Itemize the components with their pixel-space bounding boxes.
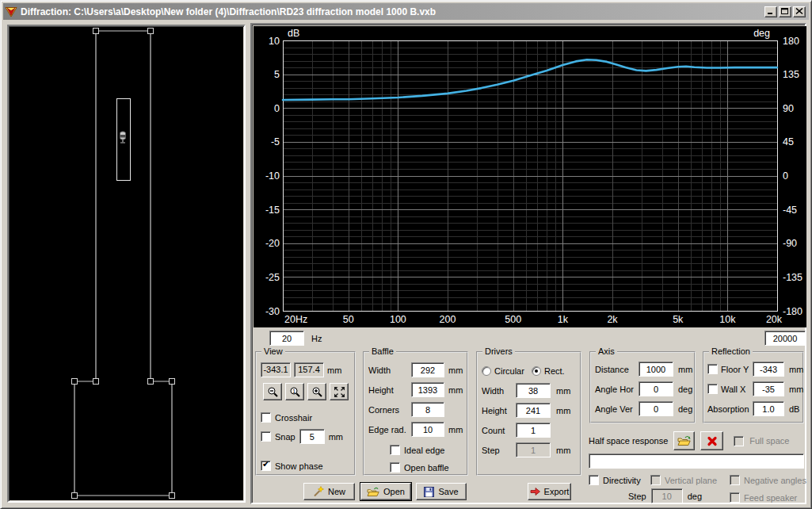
vertical-plane-label: Vertical plane (665, 476, 717, 485)
half-space-file-input[interactable] (589, 454, 804, 469)
title-bar: Diffraction: C:\Users\a\Desktop\New fold… (3, 3, 809, 20)
svg-text:-25: -25 (265, 272, 280, 283)
floor-unit: mm (789, 365, 803, 374)
new-wand-icon (313, 486, 324, 497)
svg-text:20k: 20k (766, 314, 783, 325)
full-space-label: Full space (749, 436, 789, 446)
feed-speaker-checkbox (730, 492, 740, 503)
open-folder-icon (677, 435, 691, 446)
svg-text:10: 10 (269, 36, 280, 47)
floor-input[interactable] (753, 362, 784, 377)
baffle-outline[interactable] (74, 31, 172, 496)
driver-circular-radio[interactable] (482, 366, 491, 376)
axis-angle-ver-label: Angle Ver (595, 404, 639, 414)
absorption-unit: dB (789, 404, 799, 414)
baffle-handle[interactable] (170, 379, 175, 385)
feed-speaker-label: Feed speaker (744, 493, 797, 503)
maximize-button[interactable] (779, 6, 791, 17)
driver-circular-label: Circular (494, 366, 528, 376)
svg-text:20Hz: 20Hz (284, 314, 307, 325)
absorption-label: Absorption (707, 404, 753, 414)
open-button[interactable]: Open (360, 483, 411, 500)
show-phase-checkbox[interactable] (261, 461, 271, 471)
ideal-edge-checkbox[interactable] (390, 445, 400, 455)
freq-max-input[interactable] (764, 331, 806, 346)
svg-text:dB: dB (288, 28, 299, 39)
baffle-handle[interactable] (148, 29, 154, 34)
floor-checkbox[interactable] (707, 364, 718, 374)
axis-distance-input[interactable] (639, 362, 673, 377)
close-icon (795, 8, 803, 15)
open-baffle-checkbox[interactable] (390, 462, 400, 473)
crosshair-label: Crosshair (275, 413, 312, 423)
close-button[interactable] (793, 6, 806, 17)
app-icon (5, 6, 17, 18)
snap-input[interactable] (299, 429, 325, 444)
zoom-fit-button[interactable] (330, 383, 349, 400)
baffle-width-input[interactable] (411, 362, 444, 377)
axis-group-title: Axis (596, 346, 617, 356)
baffle-handle[interactable] (148, 379, 154, 385)
driver-count-input[interactable] (516, 423, 551, 438)
baffle-handle[interactable] (93, 379, 99, 385)
svg-text:90: 90 (783, 103, 794, 114)
svg-text:-30: -30 (265, 306, 280, 317)
baffle-handle[interactable] (93, 29, 99, 34)
svg-text:0: 0 (783, 170, 788, 182)
svg-text:500: 500 (505, 314, 521, 325)
absorption-input[interactable] (753, 401, 784, 416)
freq-min-input[interactable] (269, 331, 304, 346)
driver-height-input[interactable] (516, 403, 551, 418)
driver-rect-radio[interactable] (532, 366, 541, 376)
baffle-edge-rad-input[interactable] (411, 422, 444, 437)
wall-checkbox[interactable] (707, 384, 718, 394)
baffle-canvas[interactable] (7, 25, 246, 503)
zoom-reset-button[interactable]: 1 (285, 383, 304, 400)
snap-checkbox[interactable] (261, 431, 271, 442)
directivity-step-input (651, 488, 683, 503)
baffle-height-input[interactable] (411, 382, 444, 397)
svg-text:-15: -15 (265, 205, 280, 216)
half-space-open-button[interactable] (673, 431, 695, 450)
baffle-handle[interactable] (72, 379, 78, 385)
svg-text:2k: 2k (607, 314, 618, 325)
directivity-step-label: Step (628, 492, 646, 501)
baffle-handle[interactable] (170, 493, 175, 499)
axis-angle-ver-unit: deg (678, 404, 692, 414)
save-button[interactable]: Save (416, 483, 467, 500)
drivers-group: Drivers Circular Rect. Width mm Height m… (476, 351, 581, 476)
driver-count-label: Count (482, 426, 516, 435)
baffle-group-title: Baffle (369, 346, 396, 356)
minimize-button[interactable] (764, 6, 777, 17)
zoom-in-button[interactable] (307, 383, 326, 400)
driver-rect-label: Rect. (544, 366, 565, 376)
main-panel: dBdeg1050-5-10-15-20-25-3018013590450-45… (250, 23, 806, 504)
svg-text:0: 0 (274, 103, 280, 114)
export-button[interactable]: Export (528, 483, 571, 500)
cursor-y-value: 157.4 (294, 362, 324, 377)
open-baffle-label: Open baffle (404, 463, 449, 473)
half-space-clear-button[interactable] (700, 431, 723, 450)
view-group-title: View (261, 346, 285, 356)
axis-angle-ver-input[interactable] (639, 401, 673, 416)
zoom-one-icon: 1 (289, 386, 301, 398)
mic-axis-icon[interactable] (120, 132, 126, 143)
wall-input[interactable] (753, 381, 784, 396)
axis-angle-hor-input[interactable] (639, 381, 673, 396)
zoom-out-button[interactable] (263, 383, 282, 400)
driver-width-input[interactable] (516, 383, 551, 398)
baffle-corners-input[interactable] (411, 402, 444, 417)
svg-text:1: 1 (292, 388, 295, 395)
open-folder-icon (367, 487, 379, 497)
fit-arrows-icon (334, 386, 345, 398)
driver-width-unit: mm (556, 386, 570, 396)
baffle-handle[interactable] (72, 493, 78, 499)
new-button-label: New (328, 487, 345, 496)
crosshair-checkbox[interactable] (261, 412, 271, 423)
new-button[interactable]: New (303, 483, 355, 500)
driver-step-input (516, 442, 551, 457)
svg-text:-135: -135 (783, 272, 802, 283)
axis-angle-hor-label: Angle Hor (595, 385, 639, 394)
directivity-checkbox[interactable] (589, 475, 599, 485)
wall-unit: mm (789, 385, 803, 394)
